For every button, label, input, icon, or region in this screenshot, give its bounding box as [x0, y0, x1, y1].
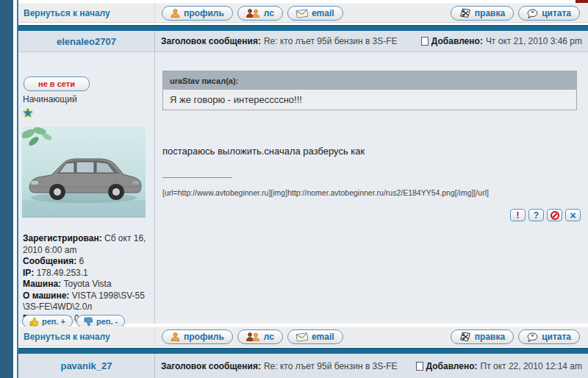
message-text: постараюсь выложить.сначала разберусь ка… — [162, 146, 365, 157]
toolbar-column-divider — [154, 4, 155, 22]
profile-button-label: профиль — [184, 332, 224, 342]
post-page-icon — [421, 37, 429, 46]
next-post-header-row: pavanik_27 Заголовок сообщения: Re: кто … — [18, 354, 588, 378]
quote-button[interactable]: ” цитата — [518, 329, 580, 344]
question-button[interactable]: ? — [528, 209, 544, 221]
quote-bubble-icon: ” — [527, 9, 538, 18]
post-author-cell: pavanik_27 — [18, 354, 155, 378]
two-persons-icon — [246, 9, 260, 18]
rep-plus-label: реп. + — [42, 317, 65, 326]
posted-label: Добавлено: — [426, 361, 478, 371]
pm-button-label: лс — [264, 8, 274, 18]
subject-text: Re: кто лъет 95й бензин в 3S-FE — [264, 361, 398, 371]
email-button-label: email — [312, 8, 334, 18]
post-header-row: elenaleo2707 Заголовок сообщения: Re: кт… — [18, 31, 588, 52]
subject-label: Заголовок сообщения: — [161, 36, 261, 46]
no-entry-icon — [551, 211, 559, 220]
online-status-badge: не в сети — [24, 76, 90, 91]
post-body-row: не в сети Начинающий ★ — [18, 52, 588, 324]
author-link[interactable]: pavanik_27 — [60, 360, 112, 371]
deny-button[interactable] — [547, 209, 562, 221]
email-button[interactable]: email — [287, 329, 343, 344]
report-button[interactable]: ! — [510, 209, 526, 221]
thumb-up-icon — [29, 317, 39, 327]
posted-time: Чт окт 21, 2010 3:46 pm — [486, 36, 582, 46]
page-left-margin-strip — [0, 0, 13, 378]
quote-block: uraStav писал(а): Я же говорю - интересс… — [162, 71, 577, 110]
user-info-block: Зарегистрирован: Сб окт 16, 2010 6:00 am… — [23, 233, 154, 324]
envelope-icon — [295, 8, 308, 18]
email-button[interactable]: email — [287, 6, 343, 21]
contact-button-group: профиль лс email — [162, 6, 343, 21]
profile-button[interactable]: профиль — [162, 329, 233, 344]
post-page-icon — [416, 362, 423, 371]
post-toolbar: Вернуться к началу профиль лс email — [18, 327, 588, 346]
thumb-down-icon — [84, 317, 93, 327]
info-car: Машина: Toyota Vista — [23, 279, 154, 290]
post-separator-bar — [18, 25, 588, 31]
edit-button-label: правка — [475, 8, 505, 18]
scissors-edit-icon — [459, 8, 471, 18]
envelope-icon — [295, 332, 308, 341]
edit-button[interactable]: правка — [451, 329, 514, 344]
profile-button[interactable]: профиль — [162, 6, 233, 21]
email-button-label: email — [312, 332, 334, 342]
message-panel: uraStav писал(а): Я же говорю - интересс… — [155, 52, 588, 324]
private-message-button[interactable]: лс — [237, 329, 283, 344]
user-rank: Начинающий — [23, 94, 77, 104]
quote-button-label: цитата — [542, 8, 571, 18]
quote-bubble-icon: ” — [527, 332, 538, 342]
forum-page: Вернуться к началу профиль лс email — [0, 0, 588, 378]
posted-label: Добавлено: — [431, 36, 483, 46]
moderate-button-group: правка ” цитата — [451, 329, 580, 344]
posted-block: Добавлено: Пт окт 22, 2010 12:14 am — [416, 361, 582, 371]
subject-label: Заголовок сообщения: — [161, 361, 261, 371]
quote-body: Я же говорю - интерессссно!!! — [163, 90, 576, 110]
quote-button-label: цитата — [542, 332, 571, 342]
post-subject-cell: Заголовок сообщения: Re: кто лъет 95й бе… — [155, 354, 588, 378]
subject-text: Re: кто лъет 95й бензин в 3S-FE — [264, 36, 398, 46]
contact-button-group: профиль лс email — [162, 329, 343, 344]
post-author-cell: elenaleo2707 — [18, 31, 155, 51]
user-avatar-car-image — [22, 126, 146, 218]
posted-time: Пт окт 22, 2010 12:14 am — [481, 361, 582, 371]
svg-text:”: ” — [531, 9, 534, 16]
post-action-buttons: ! ? × — [510, 209, 581, 221]
toolbar-column-divider — [154, 327, 155, 346]
moderate-button-group: правка ” цитата — [451, 6, 580, 21]
pm-button-label: лс — [264, 332, 274, 342]
prev-post-toolbar: Вернуться к началу профиль лс email — [18, 3, 588, 23]
posted-block: Добавлено: Чт окт 21, 2010 3:46 pm — [421, 36, 582, 46]
rep-minus-label: реп. - — [96, 317, 118, 326]
info-messages: Сообщения: 6 — [23, 256, 154, 268]
quote-header: uraStav писал(а): — [163, 71, 576, 90]
two-persons-icon — [246, 332, 260, 341]
post-subject-cell: Заголовок сообщения: Re: кто лъет 95й бе… — [155, 31, 588, 51]
edit-button[interactable]: правка — [451, 6, 514, 21]
edit-button-label: правка — [475, 332, 505, 342]
info-about-car: О машине: VISTA 1998\SV-55 \3S-FE\4WD\2.… — [23, 290, 154, 313]
author-link[interactable]: elenaleo2707 — [57, 36, 116, 47]
user-panel: не в сети Начинающий ★ — [18, 52, 155, 324]
quote-button[interactable]: ” цитата — [518, 6, 580, 21]
profile-button-label: профиль — [184, 8, 224, 18]
person-icon — [171, 9, 180, 18]
private-message-button[interactable]: лс — [237, 6, 283, 21]
back-to-top-link[interactable]: Вернуться к началу — [24, 8, 110, 18]
svg-text:”: ” — [531, 332, 534, 340]
person-icon — [171, 332, 180, 341]
post-separator-bar — [18, 348, 588, 354]
signature-text: [url=http://www.avtobeginner.ru][img]htt… — [162, 188, 489, 197]
scissors-edit-icon — [459, 332, 471, 342]
back-to-top-link[interactable]: Вернуться к началу — [24, 332, 110, 342]
info-ip: IP: 178.49.253.1 — [23, 268, 154, 279]
signature-divider — [162, 177, 232, 178]
delete-button[interactable]: × — [565, 209, 581, 221]
info-registered: Зарегистрирован: Сб окт 16, 2010 6:00 am — [23, 233, 154, 256]
rank-star-icon: ★ — [22, 105, 33, 121]
post-table: Вернуться к началу профиль лс email — [17, 0, 588, 378]
